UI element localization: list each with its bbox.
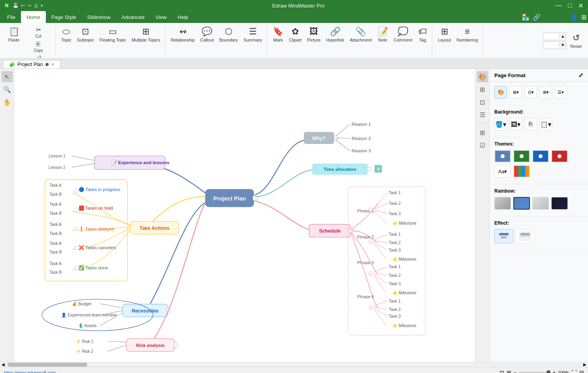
copy-button[interactable]: ⎘ Copy: [24, 40, 53, 53]
fit-page-icon[interactable]: ⊡: [499, 369, 504, 373]
split-view-icon[interactable]: ⊟: [579, 369, 584, 373]
zoom-width-input[interactable]: 50 ▲ 30 ▼: [543, 32, 566, 49]
topic-button[interactable]: ⬭ Topic: [59, 25, 74, 44]
quick-access-redo[interactable]: ↪: [27, 3, 31, 8]
p2-task1[interactable]: Task 1: [389, 232, 401, 237]
td-task-b[interactable]: Task B: [49, 231, 62, 236]
theme-btn-2[interactable]: [513, 150, 530, 163]
format-btn-3[interactable]: ⊡▾: [524, 86, 537, 98]
reason1-label[interactable]: Reason 1: [352, 122, 371, 127]
tasks-delayed-collapse[interactable]: [75, 227, 79, 231]
callout-button[interactable]: 💬 Callout: [198, 25, 216, 44]
cut-button[interactable]: ✂ Cut: [24, 25, 53, 39]
rainbow-swatch-4[interactable]: [551, 197, 568, 210]
share-icon[interactable]: 🔗: [533, 13, 541, 21]
strip-list-icon[interactable]: ☰: [477, 109, 488, 120]
rainbow-swatch-1[interactable]: [494, 197, 511, 210]
assets-label[interactable]: 💲 Assets: [78, 323, 97, 328]
quick-access-dropdown[interactable]: ▾: [41, 3, 43, 8]
effect-btn-2[interactable]: [516, 229, 535, 243]
budget-label[interactable]: 💰 Budget: [72, 301, 91, 307]
multiple-topics-button[interactable]: ⊞ Multiple Topics: [129, 25, 162, 44]
phrase4-label[interactable]: Phrase 4: [357, 295, 374, 299]
minimize-button[interactable]: —: [554, 2, 563, 9]
settings-grid-icon[interactable]: ⊞: [581, 13, 586, 21]
p4-task3[interactable]: Task 3: [389, 314, 401, 318]
th-task-b[interactable]: Task B: [49, 211, 62, 216]
bg-copy-btn[interactable]: ⎘: [524, 118, 537, 131]
bg-paste-btn[interactable]: 📋▾: [539, 118, 552, 131]
p2-milestone[interactable]: ⭐ Milestone: [392, 257, 416, 262]
theme-btn-4[interactable]: [551, 150, 568, 163]
zoom-w-field[interactable]: 50: [543, 34, 559, 39]
tdo-task-a[interactable]: Task A: [49, 261, 62, 266]
p1-task1[interactable]: Task 1: [389, 191, 401, 195]
zoom-plus-btn[interactable]: +: [553, 370, 556, 373]
menu-advanced[interactable]: Advanced: [116, 11, 150, 23]
rainbow-swatch-2[interactable]: [513, 197, 530, 210]
scroll-left-btn[interactable]: ◀: [0, 362, 6, 367]
horizontal-scrollbar[interactable]: ◀ ▶: [0, 362, 588, 367]
fullscreen-icon[interactable]: ⛶: [571, 369, 577, 373]
tasks-done-collapse[interactable]: [75, 266, 79, 270]
mark-button[interactable]: 🔖 Mark: [270, 25, 286, 44]
tab-close-button[interactable]: ✕: [51, 62, 55, 67]
zoom-w-up[interactable]: ▲: [559, 34, 566, 38]
td-task-a[interactable]: Task A: [49, 222, 62, 227]
strip-align-icon[interactable]: ⊞: [477, 84, 488, 95]
tab-project-plan[interactable]: 🧩 Project Plan ✕: [3, 60, 60, 68]
p4-task2[interactable]: Task 2: [389, 307, 401, 312]
lesson2-label[interactable]: Lesson 2: [49, 165, 66, 170]
scroll-thumb[interactable]: [8, 363, 87, 367]
p3-milestone[interactable]: ⭐ Milestone: [392, 290, 416, 295]
tasks-hold-collapse[interactable]: [75, 208, 79, 212]
p3-task1[interactable]: Task 1: [389, 265, 401, 269]
p2-task2[interactable]: Task 2: [389, 240, 401, 245]
menu-slideshow[interactable]: Slideshow: [82, 11, 116, 23]
strip-theme-icon[interactable]: ⊞: [477, 127, 488, 138]
theme-btn-1[interactable]: [494, 150, 511, 163]
subtopic-button[interactable]: ⊡ Subtopic: [75, 25, 96, 44]
effect-btn-1[interactable]: [494, 229, 513, 243]
scroll-right-btn[interactable]: ▶: [583, 362, 586, 367]
comment-button[interactable]: 💭 Comment: [391, 25, 415, 44]
p3-task3[interactable]: Task 3: [389, 282, 401, 286]
picture-button[interactable]: 🖼 Picture: [305, 25, 323, 44]
left-strip-cursor[interactable]: ↖: [2, 71, 13, 82]
theme-btn-color[interactable]: [513, 165, 530, 178]
p3-task2[interactable]: Task 2: [389, 273, 401, 278]
bg-image-btn[interactable]: 🖼▾: [509, 118, 522, 131]
p2-task3[interactable]: Task 3: [389, 248, 401, 252]
tp-task-b-1[interactable]: Task B: [49, 192, 62, 197]
quick-access-save[interactable]: 💾: [13, 3, 19, 8]
quick-access-print[interactable]: 🖨: [34, 3, 38, 8]
boundary-button[interactable]: ⬡ Boundary: [217, 25, 240, 44]
floating-topic-button[interactable]: ▭ Floating Topic: [97, 25, 129, 44]
format-btn-5[interactable]: ☰▾: [554, 86, 567, 98]
tc-task-a[interactable]: Task A: [49, 241, 62, 246]
summary-button[interactable]: ☰ Summary: [241, 25, 264, 44]
menu-file[interactable]: File: [2, 11, 21, 23]
phrase3-label[interactable]: Phrase 3: [357, 261, 374, 265]
strip-arrange-icon[interactable]: ⊡: [477, 97, 488, 108]
attachment-button[interactable]: 📎 Attachment: [347, 25, 374, 44]
p1-milestone[interactable]: ⭐ Milestone: [392, 221, 416, 226]
format-painter-button[interactable]: 🖌 Format Painter: [24, 54, 53, 59]
p4-task1[interactable]: Task 1: [389, 299, 401, 303]
relationship-button[interactable]: ↭ Relationship: [168, 25, 197, 44]
layout-button[interactable]: ⊞ Layout: [435, 25, 453, 44]
phrase2-label[interactable]: Phrase 2: [357, 235, 374, 239]
user-icon[interactable]: 👤: [570, 13, 578, 21]
store-icon[interactable]: 🏪: [522, 13, 530, 21]
theme-btn-text[interactable]: Aa▾: [494, 165, 511, 178]
clipart-button[interactable]: ✿ Clipart: [286, 25, 304, 44]
paste-button[interactable]: 📋 Paste: [5, 25, 23, 44]
zoom-h-down[interactable]: ▼: [559, 43, 566, 47]
menu-home[interactable]: Home: [21, 11, 46, 23]
reset-button[interactable]: ↺ Reset: [568, 32, 584, 50]
menu-page-style[interactable]: Page Style: [46, 11, 82, 23]
close-button[interactable]: ✕: [577, 2, 585, 9]
tasks-progress-collapse[interactable]: [75, 189, 79, 193]
reason3-label[interactable]: Reason 3: [352, 148, 371, 153]
note-button[interactable]: 📝 Note: [375, 25, 390, 44]
